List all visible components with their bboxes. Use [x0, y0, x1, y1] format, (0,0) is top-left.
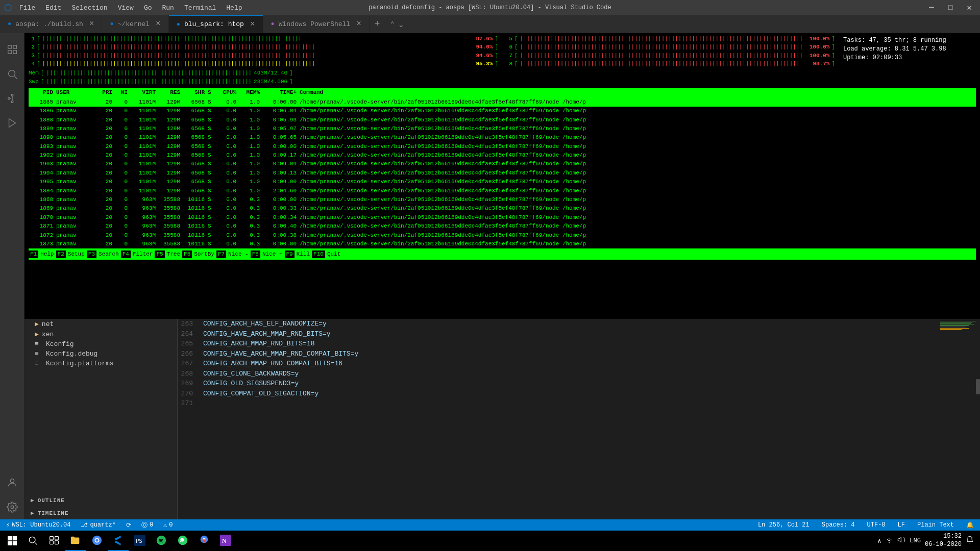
menu-help[interactable]: Help	[223, 4, 245, 12]
folder-icon: ▶	[35, 330, 39, 338]
git-branch[interactable]: ⎇ quartz*	[79, 521, 117, 529]
process-row[interactable]: 1905 pranav 20 0 1101M 129M 6568 S 0.0 1…	[29, 178, 976, 186]
notifications-button[interactable]	[966, 536, 974, 546]
menu-terminal[interactable]: Terminal	[181, 4, 219, 12]
activity-account[interactable]	[0, 470, 24, 495]
process-row[interactable]: 1885 pranav 20 0 1101M 129M 6568 S 0.0 1…	[29, 98, 976, 107]
tab-close-kernel[interactable]: ×	[156, 19, 161, 29]
hotkey-filter[interactable]: F4Filter	[121, 251, 155, 258]
process-row[interactable]: 1888 pranav 20 0 1101M 129M 6568 S 0.0 1…	[29, 116, 976, 124]
terminal-area: 1 [ ||||||||||||||||||||||||||||||||||||…	[24, 33, 980, 319]
taskbar-task-view[interactable]	[44, 531, 64, 551]
activity-settings[interactable]	[0, 495, 24, 519]
process-row[interactable]: 1869 pranav 20 0 963M 35588 10116 S 0.0 …	[29, 204, 976, 213]
hotkey-setup[interactable]: F2Setup	[56, 251, 87, 258]
tab-htop[interactable]: ● blu_spark: htop ×	[169, 15, 263, 33]
process-row[interactable]: 1868 pranav 20 0 963M 35588 10116 S 0.0 …	[29, 195, 976, 204]
taskbar-file-explorer[interactable]	[65, 531, 86, 551]
process-row[interactable]: 1884 pranav 20 0 1101M 129M 6568 S 0.0 1…	[29, 187, 976, 195]
activity-debug[interactable]	[0, 111, 24, 135]
menu-file[interactable]: File	[16, 4, 38, 12]
editor-line: 271	[178, 398, 934, 409]
svg-marker-7	[9, 119, 15, 128]
svg-rect-13	[55, 537, 59, 540]
volume-icon[interactable]	[897, 536, 905, 546]
outline-section[interactable]: ▶ OUTLINE	[24, 494, 177, 507]
tab-build[interactable]: ● aospa: ./build.sh ×	[0, 15, 102, 33]
process-row[interactable]: 1889 pranav 20 0 1101M 129M 6568 S 0.0 1…	[29, 124, 976, 133]
taskbar-onenote[interactable]: N	[215, 531, 236, 551]
tab-close-powershell[interactable]: ×	[356, 19, 361, 29]
hotkey-nice+[interactable]: F8Nice +	[251, 251, 285, 258]
taskbar-powershell[interactable]: PS	[130, 531, 150, 551]
process-row[interactable]: 1903 pranav 20 0 1101M 129M 6568 S 0.0 1…	[29, 160, 976, 168]
process-row[interactable]: 1872 pranav 20 0 963M 35588 10116 S 0.0 …	[29, 231, 976, 240]
hotkey-sortby[interactable]: F6SortBy	[182, 251, 216, 258]
menu-view[interactable]: View	[115, 4, 137, 12]
sidebar-item-net[interactable]: ▶ net	[24, 319, 177, 329]
notifications-icon[interactable]: 🔔	[964, 521, 976, 529]
taskbar-search[interactable]	[22, 531, 43, 551]
sync-button[interactable]: ⟳	[124, 521, 133, 529]
hotkey-quit[interactable]: F10Quit	[312, 251, 342, 258]
warnings-indicator[interactable]: ⚠ 0	[161, 521, 175, 529]
maximize-button[interactable]: □	[944, 4, 957, 12]
cursor-position[interactable]: Ln 256, Col 21	[756, 521, 812, 529]
process-row[interactable]: 1871 pranav 20 0 963M 35588 10116 S 0.0 …	[29, 222, 976, 231]
tab-scroll-arrows[interactable]: ⌃ ⌄	[387, 15, 406, 33]
indentation[interactable]: Spaces: 4	[820, 521, 857, 529]
hotkey-nice-[interactable]: F7Nice -	[216, 251, 251, 258]
close-button[interactable]: ✕	[963, 3, 976, 13]
sidebar-item-xen[interactable]: ▶ xen	[24, 329, 177, 339]
show-hidden-icon[interactable]: ∧	[877, 537, 881, 545]
menu-go[interactable]: Go	[141, 4, 155, 12]
lang-indicator[interactable]: ENG	[910, 537, 921, 544]
folder-label: net	[42, 320, 54, 328]
tab-close-htop[interactable]: ×	[250, 20, 255, 29]
activity-git[interactable]	[0, 86, 24, 111]
editor-line: 263 CONFIG_ARCH_HAS_ELF_RANDOMIZE=y	[178, 319, 934, 329]
process-row[interactable]: 1893 pranav 20 0 1101M 129M 6568 S 0.0 1…	[29, 142, 976, 151]
line-ending[interactable]: LF	[896, 521, 907, 529]
process-row[interactable]: 1902 pranav 20 0 1101M 129M 6568 S 0.0 1…	[29, 151, 976, 160]
taskbar-maps[interactable]	[194, 531, 214, 551]
hotkey-help[interactable]: F1Help	[29, 251, 56, 258]
process-row[interactable]: 1870 pranav 20 0 963M 35588 10116 S 0.0 …	[29, 213, 976, 222]
activity-search[interactable]	[0, 62, 24, 86]
tab-powershell[interactable]: ● Windows PowerShell ×	[263, 15, 370, 33]
errors-indicator[interactable]: ⓪ 0	[139, 521, 155, 530]
hotkey-search[interactable]: F3Search	[87, 251, 121, 258]
process-row[interactable]: 1890 pranav 20 0 1101M 129M 6568 S 0.0 1…	[29, 133, 976, 142]
encoding[interactable]: UTF-8	[865, 521, 888, 529]
hotkey-kill[interactable]: F9Kill	[285, 251, 312, 258]
taskbar-chrome[interactable]	[87, 531, 107, 551]
windows-start-button[interactable]	[2, 532, 22, 550]
timeline-section[interactable]: ▶ TIMELINE	[24, 507, 177, 519]
process-table: 1885 pranav 20 0 1101M 129M 6568 S 0.0 1…	[29, 98, 976, 249]
clock: 15:32 06-10-2020	[925, 533, 962, 548]
activity-explorer[interactable]	[0, 37, 24, 62]
taskbar-whatsapp[interactable]	[173, 531, 193, 551]
sidebar-item-kconfig[interactable]: ≡ Kconfig	[24, 339, 177, 349]
menu-edit[interactable]: Edit	[42, 4, 64, 12]
menu-run[interactable]: Run	[159, 4, 177, 12]
new-tab-button[interactable]: +	[370, 15, 385, 33]
tab-bar: ● aospa: ./build.sh × ● ~/kernel × ● blu…	[0, 15, 980, 33]
sidebar-item-kconfig-platforms[interactable]: ≡ Kconfig.platforms	[24, 359, 177, 368]
tab-kernel[interactable]: ● ~/kernel ×	[102, 15, 168, 33]
minimize-button[interactable]: ─	[925, 3, 938, 12]
process-row[interactable]: 1904 pranav 20 0 1101M 129M 6568 S 0.0 1…	[29, 169, 976, 178]
wsl-indicator[interactable]: ⚡ WSL: Ubuntu20.04	[4, 521, 72, 529]
taskbar-spotify[interactable]	[151, 531, 172, 551]
process-row[interactable]: 1873 pranav 20 0 963M 35588 10116 S 0.0 …	[29, 240, 976, 248]
network-icon[interactable]	[885, 536, 893, 546]
taskbar-vscode[interactable]	[108, 531, 129, 551]
tab-close-build[interactable]: ×	[89, 19, 94, 29]
menu-selection[interactable]: Selection	[68, 4, 110, 12]
sidebar-item-kconfig-debug[interactable]: ≡ Kconfig.debug	[24, 349, 177, 359]
process-row[interactable]: 1886 pranav 20 0 1101M 129M 6568 S 0.0 1…	[29, 107, 976, 115]
folder-label: xen	[42, 331, 54, 338]
hotkey-tree[interactable]: F5Tree	[155, 251, 182, 258]
language-mode[interactable]: Plain Text	[915, 521, 956, 529]
editor-pane[interactable]: 263 CONFIG_ARCH_HAS_ELF_RANDOMIZE=y 264 …	[178, 319, 934, 519]
